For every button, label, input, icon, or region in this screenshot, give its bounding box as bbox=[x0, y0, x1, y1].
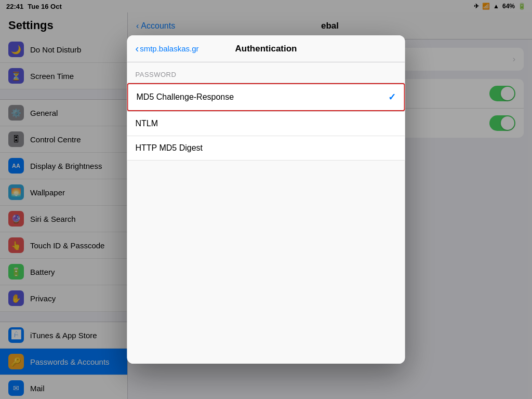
modal-back-button[interactable]: ‹ smtp.balaskas.gr bbox=[136, 43, 199, 55]
option-http-md5[interactable]: HTTP MD5 Digest bbox=[127, 136, 405, 161]
option-md5[interactable]: MD5 Challenge-Response ✓ bbox=[127, 83, 405, 111]
md5-checkmark: ✓ bbox=[388, 91, 396, 103]
option-md5-label: MD5 Challenge-Response bbox=[137, 92, 234, 102]
modal-section-label: Password bbox=[127, 62, 405, 83]
option-ntlm-label: NTLM bbox=[136, 119, 158, 128]
modal-back-label: smtp.balaskas.gr bbox=[140, 44, 198, 53]
modal-nav: ‹ smtp.balaskas.gr Authentication bbox=[127, 35, 405, 62]
modal-back-chevron-icon: ‹ bbox=[136, 43, 139, 55]
modal-body: Password MD5 Challenge-Response ✓ NTLM H… bbox=[127, 62, 405, 364]
option-http-md5-label: HTTP MD5 Digest bbox=[136, 143, 203, 153]
modal-title: Authentication bbox=[235, 44, 297, 54]
authentication-modal: ‹ smtp.balaskas.gr Authentication Passwo… bbox=[127, 35, 405, 364]
option-ntlm[interactable]: NTLM bbox=[127, 112, 405, 136]
